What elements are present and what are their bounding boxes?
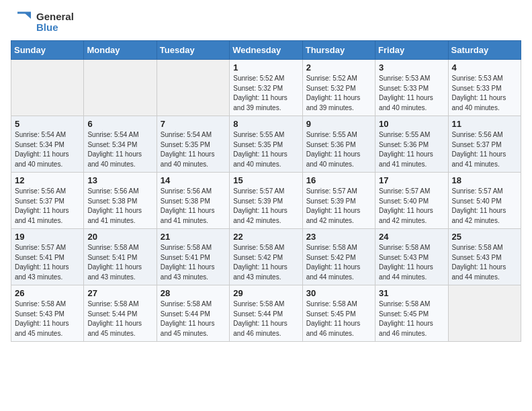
calendar-cell: 30Sunrise: 5:58 AMSunset: 5:45 PMDayligh… <box>302 285 375 342</box>
calendar-week-3: 12Sunrise: 5:56 AMSunset: 5:37 PMDayligh… <box>11 173 521 229</box>
day-number: 9 <box>306 119 371 129</box>
day-number: 29 <box>233 288 298 298</box>
day-number: 20 <box>87 232 152 242</box>
calendar-cell: 1Sunrise: 5:52 AMSunset: 5:32 PMDaylight… <box>230 60 302 116</box>
day-header-monday: Monday <box>84 41 157 60</box>
calendar-cell: 14Sunrise: 5:56 AMSunset: 5:38 PMDayligh… <box>157 173 229 229</box>
calendar-cell: 8Sunrise: 5:55 AMSunset: 5:35 PMDaylight… <box>230 116 302 173</box>
day-number: 18 <box>452 175 517 185</box>
cell-info: Sunrise: 5:58 AMSunset: 5:42 PMDaylight:… <box>233 243 298 282</box>
calendar-cell <box>84 60 157 116</box>
header: GeneralBlue <box>11 11 521 34</box>
cell-info: Sunrise: 5:57 AMSunset: 5:39 PMDaylight:… <box>233 187 298 226</box>
calendar-cell: 20Sunrise: 5:58 AMSunset: 5:41 PMDayligh… <box>84 229 157 285</box>
cell-info: Sunrise: 5:57 AMSunset: 5:40 PMDaylight:… <box>452 187 517 226</box>
calendar-cell: 23Sunrise: 5:58 AMSunset: 5:42 PMDayligh… <box>302 229 375 285</box>
cell-info: Sunrise: 5:56 AMSunset: 5:38 PMDaylight:… <box>87 187 152 226</box>
day-number: 26 <box>15 288 80 298</box>
cell-info: Sunrise: 5:57 AMSunset: 5:40 PMDaylight:… <box>379 187 444 226</box>
calendar-cell: 17Sunrise: 5:57 AMSunset: 5:40 PMDayligh… <box>375 173 448 229</box>
calendar-header-row: SundayMondayTuesdayWednesdayThursdayFrid… <box>11 41 521 60</box>
calendar-cell: 26Sunrise: 5:58 AMSunset: 5:43 PMDayligh… <box>11 285 84 342</box>
day-number: 2 <box>306 62 371 73</box>
day-number: 23 <box>306 232 371 242</box>
day-number: 31 <box>379 288 444 298</box>
day-number: 12 <box>15 175 80 185</box>
day-number: 15 <box>233 175 298 185</box>
calendar-cell: 21Sunrise: 5:58 AMSunset: 5:41 PMDayligh… <box>157 229 229 285</box>
cell-info: Sunrise: 5:58 AMSunset: 5:44 PMDaylight:… <box>87 300 152 338</box>
cell-info: Sunrise: 5:52 AMSunset: 5:32 PMDaylight:… <box>306 74 371 113</box>
cell-info: Sunrise: 5:57 AMSunset: 5:39 PMDaylight:… <box>306 187 371 226</box>
day-header-friday: Friday <box>375 41 448 60</box>
day-number: 22 <box>233 232 298 242</box>
cell-info: Sunrise: 5:58 AMSunset: 5:44 PMDaylight:… <box>233 300 298 338</box>
day-number: 7 <box>161 119 226 129</box>
calendar-cell: 11Sunrise: 5:56 AMSunset: 5:37 PMDayligh… <box>448 116 521 173</box>
cell-info: Sunrise: 5:58 AMSunset: 5:44 PMDaylight:… <box>161 300 226 338</box>
cell-info: Sunrise: 5:58 AMSunset: 5:43 PMDaylight:… <box>452 243 517 282</box>
logo-blue-text: Blue <box>36 22 74 34</box>
day-number: 10 <box>379 119 444 129</box>
calendar-cell: 27Sunrise: 5:58 AMSunset: 5:44 PMDayligh… <box>84 285 157 342</box>
cell-info: Sunrise: 5:58 AMSunset: 5:45 PMDaylight:… <box>306 300 371 338</box>
day-number: 27 <box>87 288 152 298</box>
cell-info: Sunrise: 5:53 AMSunset: 5:33 PMDaylight:… <box>452 74 517 113</box>
cell-info: Sunrise: 5:55 AMSunset: 5:36 PMDaylight:… <box>379 130 444 169</box>
calendar-week-1: 1Sunrise: 5:52 AMSunset: 5:32 PMDaylight… <box>11 60 521 116</box>
cell-info: Sunrise: 5:54 AMSunset: 5:35 PMDaylight:… <box>161 130 226 169</box>
cell-info: Sunrise: 5:58 AMSunset: 5:42 PMDaylight:… <box>306 243 371 282</box>
calendar-cell: 22Sunrise: 5:58 AMSunset: 5:42 PMDayligh… <box>230 229 302 285</box>
cell-info: Sunrise: 5:58 AMSunset: 5:41 PMDaylight:… <box>161 243 226 282</box>
cell-info: Sunrise: 5:56 AMSunset: 5:37 PMDaylight:… <box>452 130 517 169</box>
day-number: 25 <box>452 232 517 242</box>
calendar-cell: 6Sunrise: 5:54 AMSunset: 5:34 PMDaylight… <box>84 116 157 173</box>
calendar-cell <box>448 285 521 342</box>
day-number: 8 <box>233 119 298 129</box>
day-header-tuesday: Tuesday <box>157 41 229 60</box>
day-header-wednesday: Wednesday <box>230 41 302 60</box>
calendar-cell: 10Sunrise: 5:55 AMSunset: 5:36 PMDayligh… <box>375 116 448 173</box>
calendar-week-5: 26Sunrise: 5:58 AMSunset: 5:43 PMDayligh… <box>11 285 521 342</box>
logo: GeneralBlue <box>11 11 74 34</box>
cell-info: Sunrise: 5:55 AMSunset: 5:36 PMDaylight:… <box>306 130 371 169</box>
day-number: 28 <box>161 288 226 298</box>
day-number: 4 <box>452 62 517 73</box>
cell-info: Sunrise: 5:58 AMSunset: 5:41 PMDaylight:… <box>87 243 152 282</box>
day-number: 5 <box>15 119 80 129</box>
calendar-cell: 19Sunrise: 5:57 AMSunset: 5:41 PMDayligh… <box>11 229 84 285</box>
day-number: 13 <box>87 175 152 185</box>
calendar-cell <box>11 60 84 116</box>
calendar-cell: 16Sunrise: 5:57 AMSunset: 5:39 PMDayligh… <box>302 173 375 229</box>
cell-info: Sunrise: 5:56 AMSunset: 5:37 PMDaylight:… <box>15 187 80 226</box>
day-header-thursday: Thursday <box>302 41 375 60</box>
calendar-cell: 3Sunrise: 5:53 AMSunset: 5:33 PMDaylight… <box>375 60 448 116</box>
day-number: 17 <box>379 175 444 185</box>
cell-info: Sunrise: 5:52 AMSunset: 5:32 PMDaylight:… <box>233 74 298 113</box>
logo-icon <box>11 11 34 34</box>
day-number: 24 <box>379 232 444 242</box>
cell-info: Sunrise: 5:57 AMSunset: 5:41 PMDaylight:… <box>15 243 80 282</box>
calendar-cell: 2Sunrise: 5:52 AMSunset: 5:32 PMDaylight… <box>302 60 375 116</box>
cell-info: Sunrise: 5:54 AMSunset: 5:34 PMDaylight:… <box>15 130 80 169</box>
cell-info: Sunrise: 5:53 AMSunset: 5:33 PMDaylight:… <box>379 74 444 113</box>
day-number: 19 <box>15 232 80 242</box>
cell-info: Sunrise: 5:56 AMSunset: 5:38 PMDaylight:… <box>161 187 226 226</box>
day-number: 16 <box>306 175 371 185</box>
calendar-cell: 7Sunrise: 5:54 AMSunset: 5:35 PMDaylight… <box>157 116 229 173</box>
calendar-cell: 15Sunrise: 5:57 AMSunset: 5:39 PMDayligh… <box>230 173 302 229</box>
calendar-cell: 25Sunrise: 5:58 AMSunset: 5:43 PMDayligh… <box>448 229 521 285</box>
cell-info: Sunrise: 5:58 AMSunset: 5:43 PMDaylight:… <box>15 300 80 338</box>
day-number: 21 <box>161 232 226 242</box>
day-header-sunday: Sunday <box>11 41 84 60</box>
calendar-week-4: 19Sunrise: 5:57 AMSunset: 5:41 PMDayligh… <box>11 229 521 285</box>
day-number: 30 <box>306 288 371 298</box>
calendar-table: SundayMondayTuesdayWednesdayThursdayFrid… <box>11 40 521 342</box>
cell-info: Sunrise: 5:58 AMSunset: 5:43 PMDaylight:… <box>379 243 444 282</box>
calendar-cell: 4Sunrise: 5:53 AMSunset: 5:33 PMDaylight… <box>448 60 521 116</box>
calendar-week-2: 5Sunrise: 5:54 AMSunset: 5:34 PMDaylight… <box>11 116 521 173</box>
calendar-cell <box>157 60 229 116</box>
calendar-cell: 31Sunrise: 5:58 AMSunset: 5:45 PMDayligh… <box>375 285 448 342</box>
day-number: 11 <box>452 119 517 129</box>
calendar-cell: 5Sunrise: 5:54 AMSunset: 5:34 PMDaylight… <box>11 116 84 173</box>
